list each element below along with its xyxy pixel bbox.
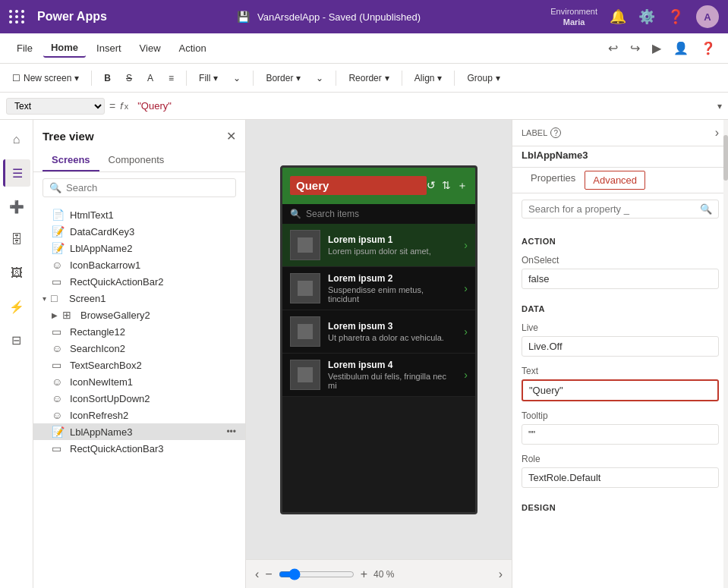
formula-chevron-icon[interactable]: ▾ bbox=[717, 101, 722, 112]
list-item[interactable]: 📄 HtmlText1 bbox=[33, 206, 245, 223]
list-item[interactable]: ▭ TextSearchBox2 bbox=[33, 357, 245, 373]
align-text-button[interactable]: ≡ bbox=[162, 71, 180, 86]
scrollbar-track[interactable] bbox=[723, 120, 728, 588]
label-help-icon[interactable]: ? bbox=[550, 127, 561, 138]
data-section-title: DATA bbox=[522, 304, 719, 313]
menu-action[interactable]: Action bbox=[172, 39, 214, 57]
zoom-out-button[interactable]: − bbox=[265, 568, 272, 581]
phone-list-item-3[interactable]: Lorem ipsum 3 Ut pharetra a dolor ac veh… bbox=[282, 310, 475, 354]
role-input[interactable] bbox=[522, 467, 719, 488]
zoom-in-button[interactable]: + bbox=[361, 568, 367, 581]
tooltip-field: Tooltip bbox=[512, 410, 728, 445]
tree-close-button[interactable]: ✕ bbox=[226, 129, 236, 143]
list-item[interactable]: ☺ IconBackarrow1 bbox=[33, 256, 245, 273]
reorder-button[interactable]: Reorder ▾ bbox=[342, 71, 395, 86]
lbl-icon: 📝 bbox=[52, 242, 65, 254]
live-input[interactable] bbox=[522, 336, 719, 357]
phone-list: Lorem ipsum 1 Lorem ipsum dolor sit amet… bbox=[282, 224, 475, 397]
menu-view[interactable]: View bbox=[132, 39, 169, 57]
tooltip-input[interactable] bbox=[522, 424, 719, 445]
text-input[interactable] bbox=[522, 379, 719, 401]
group-button[interactable]: Group ▾ bbox=[461, 71, 506, 86]
sidebar-screens-icon[interactable]: ☰ bbox=[3, 159, 30, 187]
grid-icon[interactable] bbox=[9, 10, 25, 24]
tab-screens[interactable]: Screens bbox=[43, 149, 99, 171]
item-label: RectQuickActionBar3 bbox=[70, 443, 236, 454]
list-item[interactable]: 📝 LblAppName2 bbox=[33, 240, 245, 256]
list-item[interactable]: ☺ SearchIcon2 bbox=[33, 340, 245, 357]
scrollbar-thumb[interactable] bbox=[723, 135, 728, 181]
list-item[interactable]: 📝 DataCardKey3 bbox=[33, 223, 245, 240]
list-item[interactable]: ▭ RectQuickActionBar3 bbox=[33, 440, 245, 457]
sidebar-home-icon[interactable]: ⌂ bbox=[3, 126, 30, 153]
lbl-app-name3-icon: 📝 bbox=[52, 426, 65, 438]
scroll-left-button[interactable]: ‹ bbox=[255, 568, 259, 581]
more-icon[interactable]: ••• bbox=[226, 426, 236, 437]
tree-search-input[interactable] bbox=[66, 182, 229, 193]
phone-search-bar[interactable]: 🔍 Search items bbox=[282, 204, 475, 224]
menu-file[interactable]: File bbox=[9, 39, 40, 57]
sidebar-data-icon[interactable]: 🗄 bbox=[3, 226, 30, 253]
fx-icon[interactable]: fx bbox=[120, 100, 128, 112]
list-item[interactable]: ▭ Rectangle12 bbox=[33, 323, 245, 340]
menu-home[interactable]: Home bbox=[43, 39, 86, 58]
list-item[interactable]: ☺ IconSortUpDown2 bbox=[33, 390, 245, 407]
canvas-scroll[interactable]: Query ↺ ⇅ ＋ 🔍 Search items bbox=[246, 120, 512, 559]
item-label: IconRefresh2 bbox=[70, 410, 236, 421]
help-icon[interactable]: ❓ bbox=[667, 8, 684, 25]
phone-refresh-icon[interactable]: ↺ bbox=[427, 179, 436, 193]
align-button[interactable]: Align ▾ bbox=[408, 71, 449, 86]
phone-list-item-2[interactable]: Lorem ipsum 2 Suspendisse enim metus, ti… bbox=[282, 267, 475, 310]
item-label: SearchIcon2 bbox=[70, 343, 236, 354]
phone-add-icon[interactable]: ＋ bbox=[457, 179, 468, 193]
list-item[interactable]: ☺ IconNewItem1 bbox=[33, 373, 245, 390]
border-button[interactable]: Border ▾ bbox=[260, 71, 307, 86]
share-button[interactable]: 👤 bbox=[670, 38, 692, 58]
avatar[interactable]: A bbox=[696, 5, 719, 28]
on-select-input[interactable] bbox=[522, 269, 719, 289]
tab-components[interactable]: Components bbox=[99, 149, 174, 171]
notification-icon[interactable]: 🔔 bbox=[610, 8, 626, 25]
tab-properties[interactable]: Properties bbox=[522, 168, 585, 193]
property-select[interactable]: Text bbox=[6, 98, 105, 115]
redo-button[interactable]: ↪ bbox=[627, 38, 643, 58]
list-item[interactable]: ▶ ⊞ BrowseGallery2 bbox=[33, 307, 245, 323]
font-size-button[interactable]: A bbox=[141, 71, 159, 86]
formula-input[interactable] bbox=[133, 99, 713, 113]
help-menu-button[interactable]: ❓ bbox=[698, 38, 719, 58]
undo-button[interactable]: ↩ bbox=[605, 38, 621, 58]
phone-sort-icon[interactable]: ⇅ bbox=[442, 179, 451, 193]
canvas-bottom: ‹ − + 40 % › bbox=[246, 559, 512, 588]
phone-content-3: Lorem ipsum 3 Ut pharetra a dolor ac veh… bbox=[328, 321, 456, 342]
tab-advanced[interactable]: Advanced bbox=[585, 171, 645, 190]
right-panel-expand-button[interactable]: › bbox=[715, 126, 719, 140]
phone-subtitle-2: Suspendisse enim metus, tincidunt bbox=[328, 285, 456, 303]
settings-icon[interactable]: ⚙️ bbox=[638, 8, 655, 25]
bold-button[interactable]: B bbox=[98, 71, 117, 86]
strikethrough-button[interactable]: S bbox=[120, 71, 138, 86]
phone-search-icon: 🔍 bbox=[290, 209, 301, 219]
sidebar-components-icon[interactable]: ⊟ bbox=[3, 326, 30, 354]
action-section-title: ACTION bbox=[522, 237, 719, 246]
list-item[interactable]: ▾ □ Screen1 bbox=[33, 290, 245, 307]
scroll-right-button[interactable]: › bbox=[499, 568, 503, 581]
run-button[interactable]: ▶ bbox=[649, 38, 664, 58]
new-screen-button[interactable]: ☐ New screen ▾ bbox=[6, 71, 85, 86]
list-item[interactable]: ☺ IconRefresh2 bbox=[33, 407, 245, 423]
live-field: Live bbox=[512, 322, 728, 357]
sidebar-add-icon[interactable]: ➕ bbox=[3, 193, 30, 220]
more-fill-button[interactable]: ⌄ bbox=[227, 71, 247, 86]
list-item[interactable]: ▭ RectQuickActionBar2 bbox=[33, 273, 245, 290]
menu-insert[interactable]: Insert bbox=[89, 39, 129, 57]
fill-button[interactable]: Fill ▾ bbox=[193, 71, 224, 86]
phone-content-1: Lorem ipsum 1 Lorem ipsum dolor sit amet… bbox=[328, 234, 456, 256]
phone-list-item-4[interactable]: Lorem ipsum 4 Vestibulum dui felis, frin… bbox=[282, 354, 475, 397]
equals-icon: = bbox=[109, 100, 115, 112]
lbl-app-name3-item[interactable]: 📝 LblAppName3 ••• bbox=[33, 423, 245, 440]
sidebar-media-icon[interactable]: 🖼 bbox=[3, 259, 30, 287]
more-button[interactable]: ⌄ bbox=[310, 71, 329, 86]
zoom-slider[interactable] bbox=[279, 568, 355, 580]
phone-list-item-1[interactable]: Lorem ipsum 1 Lorem ipsum dolor sit amet… bbox=[282, 224, 475, 267]
property-search-input[interactable] bbox=[528, 203, 695, 215]
sidebar-power-automate-icon[interactable]: ⚡ bbox=[3, 293, 30, 320]
